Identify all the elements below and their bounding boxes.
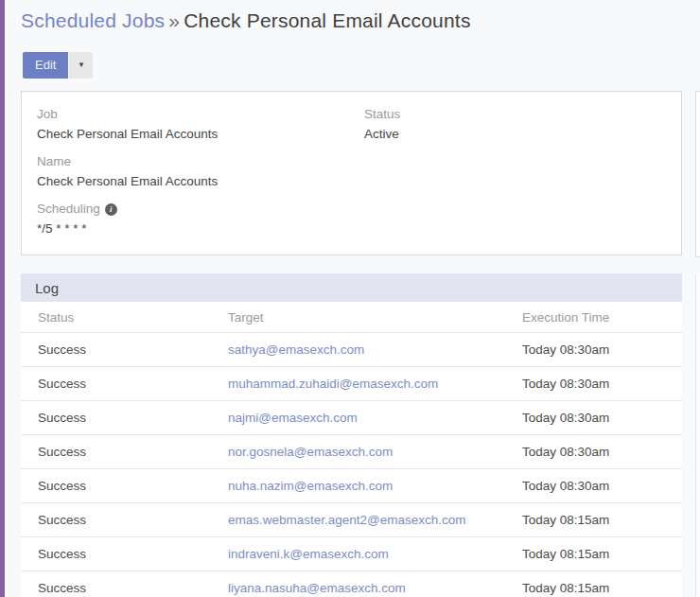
log-table-row: Success liyana.nasuha@emasexch.com Today… [21, 571, 682, 597]
target-email-link[interactable]: nuha.nazim@emasexch.com [228, 479, 393, 493]
log-target-cell: nor.gosnela@emasexch.com [211, 435, 505, 469]
log-status-cell: Success [21, 469, 211, 503]
log-target-cell: liyana.nasuha@emasexch.com [211, 571, 505, 597]
log-target-cell: emas.webmaster.agent2@emasexch.com [211, 503, 505, 537]
log-target-cell: sathya@emasexch.com [211, 333, 505, 367]
log-table-row: Success muhammad.zuhaidi@emasexch.com To… [21, 367, 682, 401]
target-email-link[interactable]: liyana.nasuha@emasexch.com [228, 581, 406, 595]
action-toolbar: Edit ▼ [23, 52, 682, 79]
log-target-cell: muhammad.zuhaidi@emasexch.com [211, 367, 505, 401]
caret-down-icon: ▼ [78, 61, 85, 69]
log-panel-title: Log [35, 280, 59, 296]
log-execution-time-cell: Today 08:30am [505, 333, 682, 367]
log-execution-time-cell: Today 08:15am [505, 571, 682, 597]
log-status-cell: Success [21, 401, 211, 435]
main-content: Scheduled Jobs»Check Personal Email Acco… [21, 0, 682, 597]
field-job: Job Check Personal Email Accounts [37, 105, 364, 144]
log-execution-time-cell: Today 08:30am [505, 469, 682, 503]
column-header-status: Status [21, 302, 211, 333]
field-job-label: Job [37, 105, 364, 124]
field-scheduling-value: */5 * * * * [37, 219, 364, 238]
target-email-link[interactable]: muhammad.zuhaidi@emasexch.com [228, 377, 438, 391]
target-email-link[interactable]: nor.gosnela@emasexch.com [228, 445, 393, 459]
log-execution-time-cell: Today 08:30am [505, 435, 682, 469]
column-header-target: Target [211, 302, 505, 333]
adjacent-panel-sliver-lower [695, 274, 700, 597]
log-status-cell: Success [21, 333, 211, 367]
log-execution-time-cell: Today 08:30am [505, 401, 682, 435]
info-icon[interactable]: i [105, 203, 117, 216]
column-header-execution-time: Execution Time [505, 302, 682, 333]
log-table: Status Target Execution Time Success sat… [21, 302, 682, 597]
target-email-link[interactable]: emas.webmaster.agent2@emasexch.com [228, 513, 466, 527]
log-table-row: Success nor.gosnela@emasexch.com Today 0… [21, 435, 682, 469]
breadcrumb-separator: » [165, 9, 184, 31]
log-table-row: Success indraveni.k@emasexch.com Today 0… [21, 537, 682, 571]
log-target-cell: najmi@emasexch.com [211, 401, 505, 435]
field-name-label: Name [37, 152, 364, 171]
log-target-cell: nuha.nazim@emasexch.com [211, 469, 505, 503]
field-scheduling: Scheduling i */5 * * * * [37, 200, 364, 238]
field-status: Status Active [364, 105, 681, 144]
log-table-row: Success emas.webmaster.agent2@emasexch.c… [21, 503, 682, 537]
log-target-cell: indraveni.k@emasexch.com [211, 537, 505, 571]
log-panel: Log Status Target Execution Time Success… [21, 273, 682, 597]
field-status-label: Status [364, 105, 681, 124]
adjacent-panel-sliver [695, 91, 700, 257]
log-status-cell: Success [21, 367, 211, 401]
target-email-link[interactable]: najmi@emasexch.com [228, 411, 358, 425]
actions-dropdown-button[interactable]: ▼ [69, 52, 93, 79]
log-execution-time-cell: Today 08:30am [505, 367, 682, 401]
log-execution-time-cell: Today 08:15am [505, 503, 682, 537]
target-email-link[interactable]: indraveni.k@emasexch.com [228, 547, 389, 561]
target-email-link[interactable]: sathya@emasexch.com [228, 342, 364, 357]
page-title: Check Personal Email Accounts [184, 9, 470, 31]
log-status-cell: Success [21, 571, 211, 597]
log-execution-time-cell: Today 08:15am [505, 537, 682, 571]
log-table-header-row: Status Target Execution Time [21, 302, 682, 333]
edit-button[interactable]: Edit [23, 52, 68, 79]
log-table-row: Success sathya@emasexch.com Today 08:30a… [21, 333, 682, 367]
log-panel-header: Log [21, 273, 682, 302]
log-table-row: Success najmi@emasexch.com Today 08:30am [21, 401, 682, 435]
breadcrumb: Scheduled Jobs»Check Personal Email Acco… [21, 0, 682, 32]
field-status-value: Active [364, 124, 681, 144]
field-scheduling-label: Scheduling [37, 200, 100, 219]
job-detail-panel: Job Check Personal Email Accounts Status… [21, 91, 682, 255]
field-name: Name Check Personal Email Accounts [37, 152, 364, 191]
log-status-cell: Success [21, 503, 211, 537]
log-status-cell: Success [21, 435, 211, 469]
field-name-value: Check Personal Email Accounts [37, 171, 364, 191]
log-table-row: Success nuha.nazim@emasexch.com Today 08… [21, 469, 682, 503]
field-job-value: Check Personal Email Accounts [37, 124, 364, 144]
left-accent-bar [0, 0, 5, 597]
log-status-cell: Success [21, 537, 211, 571]
breadcrumb-module-link[interactable]: Scheduled Jobs [21, 9, 165, 31]
